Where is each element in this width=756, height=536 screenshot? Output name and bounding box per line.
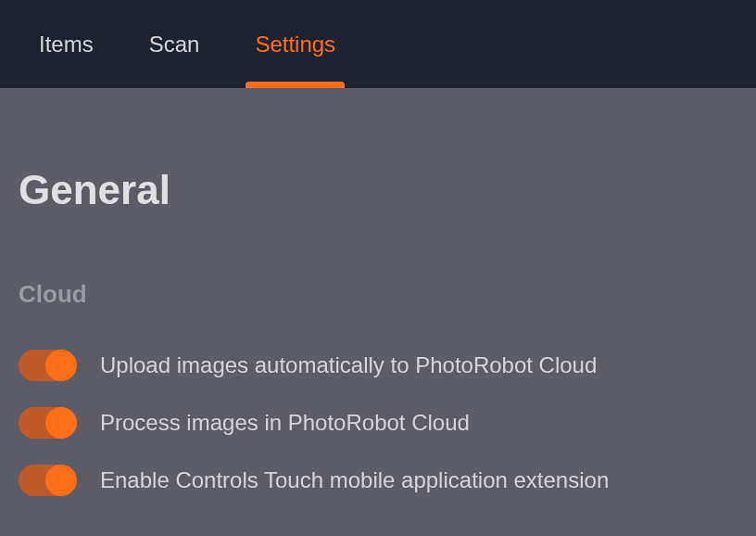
toggle-knob — [45, 465, 77, 496]
toggle-upload-label: Upload images automatically to PhotoRobo… — [100, 352, 597, 378]
toggle-row-touch: Enable Controls Touch mobile application… — [19, 465, 737, 496]
tab-bar: Items Scan Settings — [0, 0, 756, 88]
section-cloud-title: Cloud — [19, 280, 737, 309]
toggle-row-upload: Upload images automatically to PhotoRobo… — [19, 350, 737, 381]
toggle-process[interactable] — [19, 407, 76, 439]
settings-content: General Cloud Upload images automaticall… — [0, 88, 756, 496]
tab-scan[interactable]: Scan — [149, 0, 200, 88]
toggle-touch[interactable] — [19, 465, 76, 496]
toggle-knob — [45, 350, 77, 381]
tab-items[interactable]: Items — [39, 0, 94, 88]
tab-settings[interactable]: Settings — [255, 0, 335, 88]
page-title: General — [19, 167, 737, 213]
toggle-process-label: Process images in PhotoRobot Cloud — [100, 410, 470, 436]
toggle-touch-label: Enable Controls Touch mobile application… — [100, 467, 609, 493]
toggle-upload[interactable] — [19, 350, 76, 381]
toggle-knob — [45, 407, 77, 439]
toggle-row-process: Process images in PhotoRobot Cloud — [19, 407, 737, 439]
